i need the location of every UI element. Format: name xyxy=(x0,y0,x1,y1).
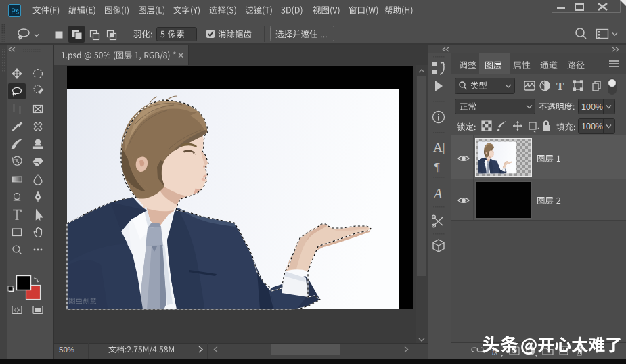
svg-text:50%: 50% xyxy=(59,346,74,354)
svg-text:A|: A| xyxy=(433,140,445,154)
svg-text:100%: 100% xyxy=(581,122,603,131)
svg-text:T: T xyxy=(556,80,564,93)
svg-text:100%: 100% xyxy=(581,102,603,112)
svg-text:¶: ¶ xyxy=(434,160,440,173)
svg-text:A: A xyxy=(432,186,443,201)
